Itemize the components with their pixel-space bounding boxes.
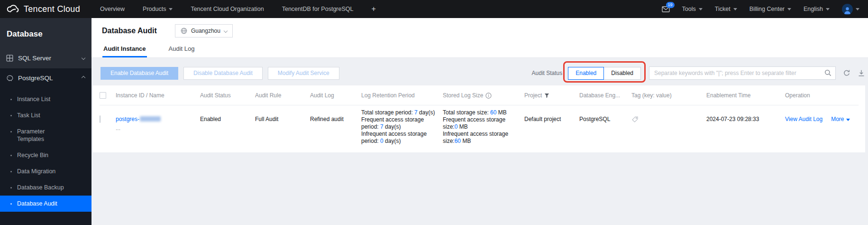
language-menu[interactable]: English <box>804 6 830 12</box>
postgresql-icon <box>6 75 13 82</box>
info-icon[interactable] <box>485 93 492 99</box>
top-nav: Overview Products Tencent Cloud Organiza… <box>100 5 376 13</box>
sidebar-item-task-list[interactable]: Task List <box>0 107 91 123</box>
bullet-dot-icon <box>10 203 12 205</box>
col-operation: Operation <box>785 85 859 105</box>
region-selector[interactable]: Guangzhou <box>175 24 233 38</box>
page-title: Database Audit <box>102 27 157 35</box>
refresh-icon[interactable] <box>843 69 850 77</box>
status-enabled-button[interactable]: Enabled <box>568 67 604 80</box>
search-input[interactable] <box>649 66 836 80</box>
sidebar-group-sql-server[interactable]: SQL Server <box>0 48 91 67</box>
add-tab-button[interactable]: + <box>371 5 375 13</box>
chevron-down-icon <box>846 119 850 121</box>
stored-log-size-cell: Total storage size: 60 MBFrequent access… <box>443 105 524 152</box>
sidebar-item-data-migration[interactable]: Data Migration <box>0 163 91 179</box>
page-header: Database Audit Guangzhou Audit Instance … <box>91 18 868 58</box>
database-engine-cell: PostgreSQL <box>579 105 631 152</box>
status-disabled-button[interactable]: Disabled <box>603 67 641 80</box>
top-nav-products[interactable]: Products <box>143 6 173 12</box>
messages-button[interactable]: 19 <box>662 6 670 12</box>
audit-status-cell: Enabled <box>200 105 255 152</box>
globe-icon <box>181 28 187 34</box>
enablement-time-cell: 2024-07-23 09:28:33 <box>706 105 785 152</box>
tab-bar: Audit Instance Audit Log <box>91 42 868 57</box>
billing-center-menu[interactable]: Billing Center <box>749 6 791 12</box>
instance-id-cell: postgres- ... <box>116 105 200 152</box>
select-all-checkbox[interactable] <box>100 92 106 99</box>
audit-status-toggle: Enabled Disabled <box>568 67 641 80</box>
disable-database-audit-button[interactable]: Disable Database Audit <box>183 67 263 80</box>
sidebar-item-database-audit[interactable]: Database Audit <box>0 196 91 212</box>
sidebar-item-recycle-bin[interactable]: Recycle Bin <box>0 147 91 163</box>
chevron-up-icon <box>82 76 85 80</box>
audit-status-label: Audit Status <box>532 70 563 76</box>
audit-instance-table: Instance ID / Name Audit Status Audit Ru… <box>93 85 865 152</box>
tab-audit-log[interactable]: Audit Log <box>168 42 196 57</box>
chevron-down-icon <box>82 56 85 60</box>
col-stored-log-size: Stored Log Size <box>443 85 524 105</box>
search-icon[interactable] <box>824 69 831 76</box>
sidebar-item-instance-list[interactable]: Instance List <box>0 91 91 107</box>
brand-text: Tencent Cloud <box>24 4 80 14</box>
col-log-retention-period: Log Retention Period <box>361 85 443 105</box>
instance-link[interactable]: postgres- <box>116 116 161 122</box>
sidebar-title: Database <box>0 18 91 48</box>
bullet-dot-icon <box>10 187 12 188</box>
col-audit-rule: Audit Rule <box>255 85 310 105</box>
col-project: Project <box>524 85 579 105</box>
modify-audit-service-button[interactable]: Modify Audit Service <box>268 67 339 80</box>
bullet-dot-icon <box>10 131 12 132</box>
sidebar-items: Instance List Task List Parameter Templa… <box>0 87 91 212</box>
col-audit-log: Audit Log <box>310 85 361 105</box>
chevron-down-icon <box>224 29 228 33</box>
row-checkbox[interactable] <box>100 115 101 123</box>
cloud-logo-icon <box>6 4 20 14</box>
topbar-right: 19 Tools Ticket Billing Center English <box>662 4 859 15</box>
col-enablement-time: Enablement Time <box>706 85 785 105</box>
col-audit-status: Audit Status <box>200 85 255 105</box>
sidebar-group-postgresql[interactable]: PostgreSQL <box>0 68 91 87</box>
account-menu[interactable] <box>842 4 859 15</box>
instance-name: ... <box>116 125 194 132</box>
tab-audit-instance[interactable]: Audit Instance <box>102 42 147 57</box>
col-tag: Tag (key: value) <box>631 85 706 105</box>
top-nav-tencentdb-postgresql[interactable]: TencentDB for PostgreSQL <box>282 6 354 12</box>
toolbar: Enable Database Audit Disable Database A… <box>93 66 865 80</box>
chevron-down-icon <box>733 8 737 10</box>
bullet-dot-icon <box>10 99 12 100</box>
enable-database-audit-button[interactable]: Enable Database Audit <box>101 67 178 80</box>
table-header-row: Instance ID / Name Audit Status Audit Ru… <box>100 85 859 105</box>
masked-text <box>140 116 161 122</box>
tag-icon <box>631 116 701 123</box>
sidebar-item-parameter-templates[interactable]: Parameter Templates <box>0 123 91 147</box>
table-row: postgres- ... Enabled Full Audit Refined… <box>100 105 859 152</box>
tencent-cloud-logo[interactable]: Tencent Cloud <box>6 4 80 14</box>
bullet-dot-icon <box>10 171 12 172</box>
avatar <box>842 4 853 15</box>
sidebar-item-database-backup[interactable]: Database Backup <box>0 179 91 196</box>
tools-menu[interactable]: Tools <box>682 6 703 12</box>
col-instance-id-name: Instance ID / Name <box>116 85 200 105</box>
view-audit-log-link[interactable]: View Audit Log <box>785 116 822 123</box>
audit-log-cell: Refined audit <box>310 105 361 152</box>
message-count-badge: 19 <box>666 2 675 8</box>
ticket-menu[interactable]: Ticket <box>715 6 737 12</box>
chevron-down-icon <box>826 8 830 10</box>
download-icon[interactable] <box>858 69 865 77</box>
filter-icon[interactable] <box>544 93 549 98</box>
chevron-down-icon <box>699 8 703 10</box>
top-nav-organization[interactable]: Tencent Cloud Organization <box>191 6 264 12</box>
chevron-down-icon <box>169 8 173 10</box>
grid-icon <box>6 55 13 62</box>
tag-cell <box>631 105 706 152</box>
top-nav-overview[interactable]: Overview <box>100 6 125 12</box>
col-database-engine: Database Eng... <box>579 85 631 105</box>
bullet-dot-icon <box>10 115 12 116</box>
log-retention-cell: Total storage period: 7 day(s)Frequent a… <box>361 105 443 152</box>
chevron-down-icon <box>856 8 859 10</box>
audit-rule-cell: Full Audit <box>255 105 310 152</box>
more-dropdown[interactable]: More <box>831 116 850 123</box>
topbar: Tencent Cloud Overview Products Tencent … <box>0 0 868 18</box>
chevron-down-icon <box>787 8 791 10</box>
